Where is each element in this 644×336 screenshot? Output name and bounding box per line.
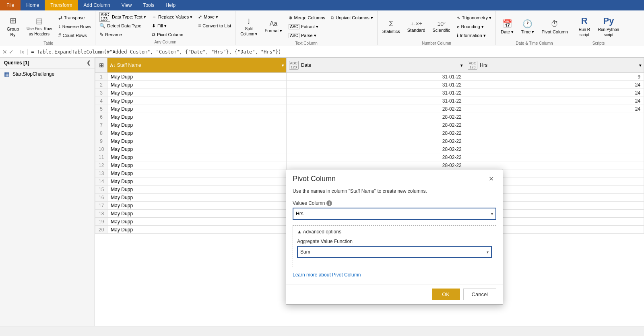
sidebar-collapse-button[interactable]: ❮ <box>87 60 91 66</box>
staff-name-cell: May Dupp <box>107 218 286 226</box>
menu-home[interactable]: Home <box>21 0 45 10</box>
menu-transform[interactable]: Transform <box>45 0 78 10</box>
sidebar: Queries [1] ❮ ▦ StartStopChallenge <box>0 58 95 326</box>
merge-columns-button[interactable]: ⊕ Merge Columns <box>286 14 328 22</box>
row-number: 8 <box>95 129 107 137</box>
number-column-group-label: Number Column <box>422 40 451 46</box>
hrs-cell <box>465 113 644 121</box>
staff-name-cell: May Dupp <box>107 226 286 234</box>
table-row: 9 May Dupp 28-02-22 <box>95 137 644 145</box>
menu-help[interactable]: Help <box>160 0 181 10</box>
move-button[interactable]: ⤢ Move ▾ <box>196 13 233 21</box>
ok-button[interactable]: OK <box>432 289 460 300</box>
date-cell: 28-02-22 <box>286 137 465 145</box>
advanced-options-toggle[interactable]: ▲ Advanced options <box>297 229 492 235</box>
date-cell: 31-01-22 <box>286 97 465 105</box>
staff-name-cell: May Dupp <box>107 73 286 81</box>
detect-data-type-button[interactable]: 🔍 Detect Data Type <box>97 22 149 30</box>
dialog-title-bar: Pivot Column ✕ <box>286 169 503 187</box>
use-first-row-button[interactable]: ▤ Use First Rowas Headers <box>23 13 55 40</box>
standard-button[interactable]: +-×÷ Standard <box>404 13 429 40</box>
run-r-button[interactable]: R Run Rscript <box>575 13 594 40</box>
row-number: 4 <box>95 97 107 105</box>
row-number: 7 <box>95 121 107 129</box>
formula-cancel-icon[interactable]: ✕ <box>2 49 7 55</box>
date-cell: 28-02-22 <box>286 121 465 129</box>
cancel-button[interactable]: Cancel <box>463 289 496 300</box>
row-number: 12 <box>95 161 107 169</box>
hrs-column-header[interactable]: ABC123 Hrs ▾ <box>465 58 644 73</box>
table-row: 11 May Dupp 28-02-22 <box>95 153 644 161</box>
count-rows-button[interactable]: # Count Rows <box>56 31 94 39</box>
menu-file[interactable]: File <box>0 0 21 10</box>
dialog-footer: OK Cancel <box>286 284 503 304</box>
hrs-cell <box>465 153 644 161</box>
row-number: 13 <box>95 169 107 177</box>
sidebar-item-startstopchallenge[interactable]: ▦ StartStopChallenge <box>0 68 95 80</box>
staff-name-cell: May Dupp <box>107 137 286 145</box>
parse-button[interactable]: ABC Parse ▾ <box>286 31 328 39</box>
aggregate-function-select[interactable]: Sum <box>297 246 492 258</box>
aggregate-function-label: Aggregate Value Function <box>297 239 492 244</box>
row-number: 15 <box>95 186 107 194</box>
statistics-button[interactable]: Σ Statistics <box>379 13 403 40</box>
date-cell: 28-02-22 <box>286 153 465 161</box>
data-type-button[interactable]: ABC123 Data Type: Text ▾ <box>97 13 149 21</box>
table-row: 1 May Dupp 31-01-22 9 <box>95 73 644 81</box>
formula-input[interactable]: = Table.ExpandTableColumn(#"Added Custom… <box>31 49 642 55</box>
run-python-button[interactable]: Py Run Pythonscript <box>595 13 622 40</box>
menu-add-column[interactable]: Add Column <box>78 0 116 10</box>
dialog-close-button[interactable]: ✕ <box>486 174 496 183</box>
date-cell: 28-02-22 <box>286 129 465 137</box>
menu-view[interactable]: View <box>116 0 138 10</box>
date-column-header[interactable]: ABC123 Date ▾ <box>286 58 465 73</box>
values-column-select[interactable]: Hrs <box>293 208 496 220</box>
pivot-column-button[interactable]: ⧉ Pivot Column <box>149 31 195 39</box>
row-number: 9 <box>95 137 107 145</box>
text-column-group-label: Text Column <box>295 40 318 46</box>
rename-button[interactable]: ✎ Rename <box>97 31 149 39</box>
aggregate-function-select-wrapper: Sum ▾ <box>297 246 492 258</box>
dialog-description: Use the names in column "Staff Name" to … <box>293 188 496 194</box>
row-num-header: ⊞ <box>95 58 107 73</box>
convert-to-list-button[interactable]: ≡ Convert to List <box>196 22 233 30</box>
table-row: 12 May Dupp 28-02-22 <box>95 161 644 169</box>
time-button[interactable]: 🕐 Time ▾ <box>518 13 537 40</box>
split-column-button[interactable]: ⫿ SplitColumn ▾ <box>237 13 260 40</box>
sidebar-header: Queries [1] ❮ <box>0 58 95 68</box>
rounding-button[interactable]: ⌀ Rounding ▾ <box>454 23 494 31</box>
row-number: 10 <box>95 145 107 153</box>
date-button[interactable]: 📅 Date ▾ <box>497 13 517 40</box>
formula-accept-icon[interactable]: ✓ <box>9 49 14 55</box>
replace-values-button[interactable]: ↔ Replace Values ▾ <box>149 13 195 21</box>
group-by-button[interactable]: ⊞ GroupBy <box>3 13 23 40</box>
learn-more-link[interactable]: Learn more about Pivot Column <box>293 272 496 278</box>
hrs-cell: 24 <box>465 89 644 97</box>
row-number: 1 <box>95 73 107 81</box>
fill-button[interactable]: ⬇ Fill ▾ <box>149 22 195 30</box>
reverse-rows-button[interactable]: ↕ Reverse Rows <box>56 23 94 31</box>
transpose-button[interactable]: ⇄ Transpose <box>56 14 94 22</box>
information-button[interactable]: ℹ Information ▾ <box>454 31 494 39</box>
sidebar-item-label: StartStopChallenge <box>12 71 54 77</box>
date-cell: 31-01-22 <box>286 89 465 97</box>
duration-button[interactable]: ⏱ Pivot Column <box>538 13 571 40</box>
table-row: 8 May Dupp 28-02-22 <box>95 129 644 137</box>
staff-name-cell: May Dupp <box>107 129 286 137</box>
staff-name-column-header[interactable]: A↓ Staff Name ▾ <box>107 58 286 73</box>
table-row: 5 May Dupp 28-02-22 24 <box>95 105 644 113</box>
row-number: 20 <box>95 226 107 234</box>
formula-bar: ✕ ✓ fx = Table.ExpandTableColumn(#"Added… <box>0 46 644 58</box>
date-cell: 31-01-22 <box>286 81 465 89</box>
trigonometry-button[interactable]: ∿ Trigonometry ▾ <box>454 14 494 22</box>
staff-name-cell: May Dupp <box>107 113 286 121</box>
menu-tools[interactable]: Tools <box>137 0 160 10</box>
hrs-cell <box>465 121 644 129</box>
scientific-button[interactable]: 10² Scientific <box>429 13 454 40</box>
values-column-info-icon[interactable]: i <box>326 200 332 206</box>
unpivot-columns-button[interactable]: ⧉ Unpivot Columns ▾ <box>328 14 376 22</box>
extract-button[interactable]: ABC Extract ▾ <box>286 23 328 31</box>
format-button[interactable]: Aa Format ▾ <box>261 13 285 40</box>
staff-name-cell: May Dupp <box>107 161 286 169</box>
staff-name-cell: May Dupp <box>107 145 286 153</box>
